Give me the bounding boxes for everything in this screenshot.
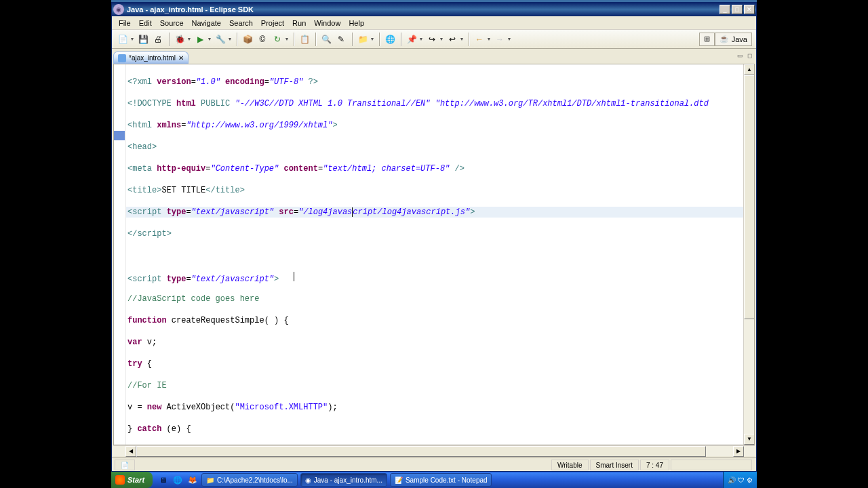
scroll-left-button[interactable]: ◀ — [125, 446, 136, 457]
debug-button[interactable]: 🐞 — [173, 33, 186, 46]
notepad-icon: 📝 — [395, 476, 403, 484]
new-class-button[interactable]: © — [256, 33, 269, 46]
tab-label: *ajax_intro.html — [129, 54, 176, 62]
run-button[interactable]: ▶ — [193, 33, 207, 46]
annotate-button[interactable]: ✎ — [334, 33, 348, 46]
quicklaunch-desktop[interactable]: 🖥 — [156, 473, 170, 487]
nav2-button[interactable]: ↩ — [446, 33, 459, 46]
gutter-marker — [114, 131, 125, 140]
search-button[interactable]: 🔍 — [319, 33, 333, 46]
statusbar: 📄 Writable Smart Insert 7 : 47 — [112, 458, 756, 471]
pin-dropdown[interactable]: ▼ — [418, 33, 424, 46]
debug-dropdown[interactable]: ▼ — [186, 33, 192, 46]
tray-icon-3[interactable]: ⚙ — [747, 476, 753, 484]
html-file-icon — [118, 54, 126, 62]
tab-close-icon[interactable]: ✕ — [178, 54, 184, 62]
taskbar: Start 🖥 🌐 🦊 📁 C:\Apache2.2\htdocs\lo... … — [111, 472, 757, 488]
task-eclipse[interactable]: ◉ Java - ajax_intro.htm... — [300, 473, 387, 487]
menu-edit[interactable]: Edit — [135, 18, 156, 28]
scroll-right-button[interactable]: ▶ — [733, 446, 744, 457]
minimize-button[interactable]: _ — [719, 5, 730, 14]
scroll-down-button[interactable]: ▼ — [744, 434, 755, 445]
save-button[interactable]: 💾 — [136, 33, 150, 46]
menu-file[interactable]: File — [115, 18, 135, 28]
secondary-cursor — [294, 272, 294, 281]
external-dropdown[interactable]: ▼ — [227, 33, 233, 46]
status-writable: Writable — [551, 460, 589, 470]
java-icon: ☕ — [719, 35, 729, 43]
gutter[interactable] — [114, 64, 126, 445]
window-title: Java - ajax_intro.html - Eclipse SDK — [127, 5, 719, 14]
back-dropdown[interactable]: ▼ — [486, 33, 492, 46]
tray-icon-1[interactable]: 🔊 — [728, 476, 736, 484]
horizontal-scrollbar[interactable]: ◀ ▶ — [113, 445, 755, 456]
task-notepad[interactable]: 📝 Sample Code.txt - Notepad — [390, 473, 492, 487]
folder-icon: 📁 — [206, 476, 214, 484]
status-insert: Smart Insert — [590, 460, 639, 470]
windows-icon — [115, 475, 125, 485]
refresh-button[interactable]: ↻ — [271, 33, 284, 46]
status-position: 7 : 47 — [640, 460, 669, 470]
start-button[interactable]: Start — [111, 472, 153, 488]
refresh-dropdown[interactable]: ▼ — [284, 33, 290, 46]
toolbar: 📄▼ 💾 🖨 🐞▼ ▶▼ 🔧▼ 📦 © ↻▼ 📋 🔍 ✎ 📁▼ 🌐 📌▼ ↪▼ … — [112, 30, 756, 49]
system-tray[interactable]: 🔊 🛡 ⚙ — [723, 472, 757, 488]
print-button[interactable]: 🖨 — [151, 33, 165, 46]
scroll-thumb-v[interactable] — [744, 75, 755, 319]
editor-tabs: *ajax_intro.html ✕ ▭ ◻ — [113, 50, 755, 64]
menu-search[interactable]: Search — [225, 18, 257, 28]
tab-ajax-intro[interactable]: *ajax_intro.html ✕ — [113, 52, 189, 64]
menu-help[interactable]: Help — [344, 18, 368, 28]
menu-run[interactable]: Run — [288, 18, 310, 28]
minimize-view-button[interactable]: ▭ — [736, 52, 744, 60]
vertical-scrollbar[interactable]: ▲ ▼ — [743, 64, 754, 445]
code-content[interactable]: <?xml version="1.0" encoding="UTF-8" ?> … — [126, 64, 743, 445]
java-perspective-button[interactable]: ☕ Java — [715, 33, 752, 46]
pin-button[interactable]: 📌 — [405, 33, 418, 46]
maximize-view-button[interactable]: ◻ — [745, 52, 753, 60]
status-icon: 📄 — [115, 460, 135, 470]
folder-dropdown[interactable]: ▼ — [370, 33, 375, 46]
maximize-button[interactable]: □ — [732, 5, 743, 14]
scroll-thumb-h[interactable] — [136, 446, 706, 457]
run-dropdown[interactable]: ▼ — [207, 33, 212, 46]
forward-button[interactable]: → — [493, 33, 507, 46]
task-explorer[interactable]: 📁 C:\Apache2.2\htdocs\lo... — [201, 473, 298, 487]
quicklaunch-firefox[interactable]: 🦊 — [186, 473, 199, 487]
close-button[interactable]: ✕ — [744, 5, 755, 14]
new-button[interactable]: 📄 — [116, 33, 130, 46]
eclipse-task-icon: ◉ — [305, 476, 311, 484]
titlebar[interactable]: ◉ Java - ajax_intro.html - Eclipse SDK _… — [112, 3, 756, 16]
menu-navigate[interactable]: Navigate — [188, 18, 225, 28]
external-tools-button[interactable]: 🔧 — [214, 33, 227, 46]
folder-button[interactable]: 📁 — [356, 33, 370, 46]
open-type-button[interactable]: 📋 — [298, 33, 311, 46]
new-dropdown[interactable]: ▼ — [130, 33, 135, 46]
menu-source[interactable]: Source — [156, 18, 188, 28]
nav2-dropdown[interactable]: ▼ — [459, 33, 465, 46]
new-package-button[interactable]: 📦 — [241, 33, 254, 46]
forward-dropdown[interactable]: ▼ — [507, 33, 512, 46]
open-perspective-button[interactable]: ⊞ — [699, 33, 715, 46]
web-button[interactable]: 🌐 — [383, 33, 397, 46]
scroll-up-button[interactable]: ▲ — [744, 64, 755, 75]
status-empty — [671, 460, 752, 470]
menubar: File Edit Source Navigate Search Project… — [112, 16, 756, 30]
menu-project[interactable]: Project — [257, 18, 288, 28]
menu-window[interactable]: Window — [310, 18, 344, 28]
eclipse-icon: ◉ — [113, 4, 124, 15]
back-button[interactable]: ← — [473, 33, 486, 46]
tray-icon-2[interactable]: 🛡 — [738, 476, 745, 484]
editor-area[interactable]: <?xml version="1.0" encoding="UTF-8" ?> … — [113, 64, 755, 445]
nav-button[interactable]: ↪ — [425, 33, 439, 46]
nav-dropdown[interactable]: ▼ — [439, 33, 444, 46]
quicklaunch-ie[interactable]: 🌐 — [171, 473, 184, 487]
eclipse-window: ◉ Java - ajax_intro.html - Eclipse SDK _… — [111, 2, 757, 472]
